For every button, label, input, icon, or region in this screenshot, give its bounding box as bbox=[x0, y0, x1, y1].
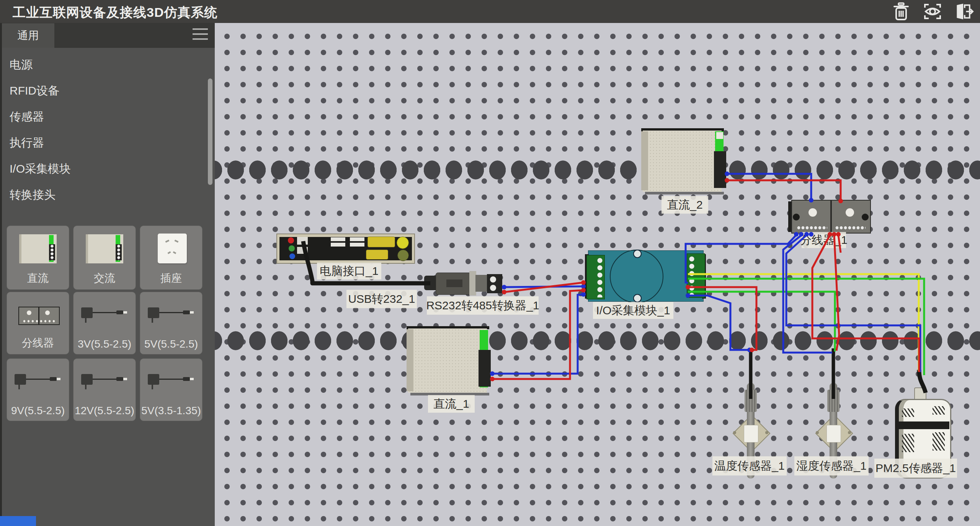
splitter-terminals bbox=[797, 226, 827, 230]
device-label: 湿度传感器_1 bbox=[794, 456, 869, 475]
palette-item-splitter[interactable]: 分线器 bbox=[7, 292, 69, 354]
sidebar-tabbar: 通用 bbox=[2, 23, 215, 48]
category-item-power[interactable]: 电源 bbox=[10, 57, 33, 70]
plate-hole bbox=[733, 431, 736, 434]
device-label: 电脑接口_1 bbox=[317, 263, 381, 279]
device-io-acquisition-module[interactable] bbox=[585, 249, 706, 302]
category-item-adapter[interactable]: 转换接头 bbox=[10, 187, 56, 200]
psu-left-edge bbox=[641, 131, 648, 190]
sidebar-scrollbar[interactable] bbox=[208, 78, 212, 185]
category-item-actuator[interactable]: 执行器 bbox=[10, 135, 44, 148]
splitter-terminals bbox=[835, 226, 866, 230]
splitter-screw bbox=[808, 208, 817, 217]
palette-item-label: 直流 bbox=[7, 271, 69, 286]
palette-item-label: 9V(5.5-2.5) bbox=[7, 405, 69, 417]
device-dc-power-1[interactable] bbox=[407, 326, 492, 396]
device-label: 直流_2 bbox=[662, 196, 708, 214]
splitter-block-right bbox=[831, 200, 871, 234]
palette-item-label: 5V(5.5-2.5) bbox=[140, 338, 202, 350]
device-label: RS232转485转换器_1 bbox=[427, 296, 539, 315]
serial-port-yellow bbox=[368, 237, 395, 247]
round-port-olive bbox=[397, 250, 409, 261]
pegboard-hole-row-top bbox=[213, 160, 980, 180]
device-label: PM2.5传感器_1 bbox=[874, 459, 957, 478]
pegboard-hole-row-bottom bbox=[213, 331, 980, 351]
app-window: 电脑接口_1 USB转232_1 RS232转485转换器_1 I/O采集模块_… bbox=[0, 0, 980, 526]
psu-left-edge bbox=[407, 329, 413, 391]
bottom-left-accent bbox=[0, 516, 36, 526]
menu-icon[interactable] bbox=[193, 28, 208, 42]
plate-hole bbox=[848, 431, 851, 434]
splitter-hole bbox=[862, 214, 869, 221]
probe-clamp bbox=[744, 425, 758, 443]
palette-item-label: 3V(5.5-2.5) bbox=[74, 338, 136, 350]
door-arrow-icon bbox=[954, 2, 974, 21]
exit-button[interactable] bbox=[954, 2, 974, 21]
vent bbox=[933, 406, 945, 415]
psu-notch bbox=[716, 132, 723, 139]
category-item-io-module[interactable]: I/O采集模块 bbox=[10, 161, 71, 174]
module-screw bbox=[633, 250, 642, 258]
palette-item-ac[interactable]: 交流 bbox=[73, 225, 136, 290]
psu-shadow bbox=[645, 192, 724, 194]
terminal-screw bbox=[490, 276, 496, 283]
round-port-yellow bbox=[397, 237, 409, 249]
plate-hole bbox=[765, 431, 768, 434]
component-sidebar: 通用 电源 RFID设备 传感器 执行器 I/O采集模块 转换接头 直流 交流 bbox=[0, 23, 215, 526]
probe-grip bbox=[745, 390, 757, 412]
splitter-block-left bbox=[791, 200, 831, 234]
adapter-thumb-icon bbox=[81, 306, 130, 324]
psu-texture bbox=[408, 328, 487, 393]
splitter-thumb-icon bbox=[18, 307, 60, 325]
device-label: 直流_1 bbox=[428, 395, 475, 413]
category-list: 电源 RFID设备 传感器 执行器 I/O采集模块 转换接头 bbox=[2, 48, 215, 220]
sensor-band bbox=[895, 421, 949, 429]
delete-button[interactable] bbox=[891, 2, 911, 21]
usb-port bbox=[331, 237, 345, 241]
category-item-rfid[interactable]: RFID设备 bbox=[10, 83, 59, 96]
device-label: 分线器_1 bbox=[802, 232, 846, 248]
converter-neck bbox=[475, 275, 488, 292]
view-button[interactable] bbox=[923, 2, 942, 21]
device-dc-power-2[interactable] bbox=[641, 128, 726, 194]
terminal-strip-right bbox=[687, 253, 705, 298]
device-computer-interface[interactable] bbox=[276, 234, 415, 264]
eye-icon bbox=[923, 2, 942, 21]
titlebar-actions bbox=[891, 2, 974, 21]
device-rs232-485-converter[interactable] bbox=[424, 271, 505, 296]
usb-port bbox=[350, 243, 364, 247]
palette-item-5v-135[interactable]: 5V(3.5-1.35) bbox=[140, 358, 203, 421]
audio-jack-green bbox=[289, 245, 295, 252]
terminal-strip-left bbox=[586, 255, 605, 299]
trash-icon bbox=[891, 2, 911, 21]
dc-power-thumb-icon bbox=[19, 234, 57, 263]
adapter-thumb-icon bbox=[81, 372, 130, 391]
palette-item-12v[interactable]: 12V(5.5-2.5) bbox=[73, 358, 136, 421]
palette-item-dc[interactable]: 直流 bbox=[7, 225, 69, 290]
psu-texture bbox=[643, 131, 722, 192]
adapter-thumb-icon bbox=[15, 372, 64, 391]
palette-item-3v[interactable]: 3V(5.5-2.5) bbox=[73, 292, 136, 354]
tab-general[interactable]: 通用 bbox=[2, 23, 54, 48]
palette-item-5v[interactable]: 5V(5.5-2.5) bbox=[140, 292, 203, 354]
usb-port bbox=[350, 237, 364, 241]
probe-clamp bbox=[826, 425, 841, 443]
splitter-screw bbox=[846, 208, 854, 217]
palette-item-label: 12V(5.5-2.5) bbox=[74, 405, 136, 417]
component-palette: 直流 交流 插座 分线器 bbox=[2, 220, 215, 526]
app-title: 工业互联网设备及接线3D仿真系统 bbox=[13, 4, 217, 21]
serial-port-yellow bbox=[366, 250, 388, 260]
palette-item-label: 分线器 bbox=[7, 336, 69, 350]
palette-item-9v[interactable]: 9V(5.5-2.5) bbox=[7, 358, 69, 421]
ac-power-thumb-icon bbox=[86, 234, 123, 263]
palette-item-label: 插座 bbox=[140, 271, 202, 286]
category-item-sensor[interactable]: 传感器 bbox=[10, 109, 44, 122]
terminal-screw bbox=[490, 285, 496, 291]
vent bbox=[902, 408, 914, 417]
vent bbox=[933, 432, 945, 451]
audio-jack-blue bbox=[289, 253, 295, 259]
device-splitter[interactable] bbox=[790, 199, 871, 233]
palette-item-socket[interactable]: 插座 bbox=[140, 225, 203, 290]
device-label: USB转232_1 bbox=[346, 290, 417, 308]
terminal-screws bbox=[689, 255, 695, 296]
